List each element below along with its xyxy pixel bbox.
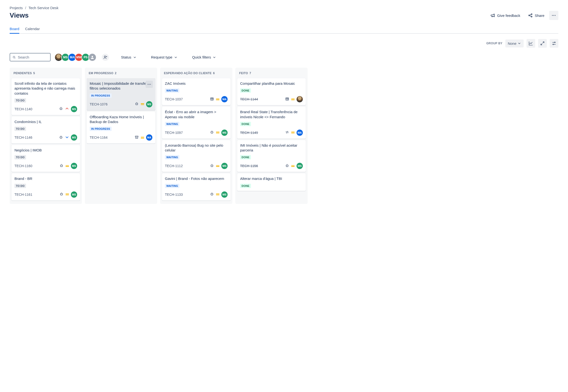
- status-lozenge: DONE: [240, 184, 251, 188]
- quick-filters-label: Quick filters: [192, 55, 211, 59]
- svg-point-8: [13, 56, 15, 58]
- card-key[interactable]: TECH-1161: [15, 193, 32, 196]
- assignee-avatar[interactable]: MA: [146, 134, 152, 141]
- card-key[interactable]: TECH-1037: [165, 97, 183, 101]
- assignee-avatar[interactable]: MA: [297, 129, 303, 136]
- column-header[interactable]: ESPERANDO AÇÃO DO CLIENTE 6: [162, 70, 230, 78]
- breadcrumb-projects[interactable]: Projects: [10, 6, 23, 10]
- fullscreen-button[interactable]: [538, 39, 547, 48]
- board-card[interactable]: Condomínios | ILTO DOTECH-1146MS: [12, 116, 80, 143]
- card-key[interactable]: TECH-1146: [15, 136, 32, 140]
- card-title: Gavini | Brand - Fotos não aparecem: [165, 176, 228, 181]
- chevron-down-icon: [133, 55, 137, 59]
- priority-medium-icon: [291, 98, 295, 100]
- board-card[interactable]: Brand Real State | Transferência de imóv…: [237, 107, 306, 139]
- chevron-down-icon: [174, 55, 178, 59]
- card-title: Condomínios | IL: [15, 119, 77, 124]
- assignee-avatar[interactable]: MS: [221, 163, 228, 169]
- status-filter[interactable]: Status: [120, 54, 138, 61]
- assignee-avatar[interactable]: MS: [71, 106, 77, 112]
- assignee-avatar[interactable]: MS: [146, 101, 152, 107]
- priority-medium-icon: [141, 103, 144, 105]
- groupby-select[interactable]: None: [505, 40, 524, 47]
- card-key[interactable]: TECH-1164: [90, 136, 107, 140]
- bug-icon: [135, 102, 139, 107]
- card-title: IMI Imóveis | Não é possível aceitar par…: [240, 143, 303, 153]
- board-card[interactable]: Negócios | IMOBTO DOTECH-1160MS: [12, 145, 80, 172]
- svg-point-5: [555, 15, 555, 16]
- search-box[interactable]: [10, 53, 51, 61]
- column-header[interactable]: EM PROGRESSO 2: [87, 70, 155, 78]
- insights-button[interactable]: [526, 39, 535, 48]
- svg-rect-20: [210, 98, 213, 100]
- card-key[interactable]: TECH-1097: [165, 131, 183, 135]
- tab-calendar[interactable]: Calendar: [25, 25, 40, 33]
- card-key[interactable]: TECH-1076: [90, 102, 107, 106]
- assignee-avatar[interactable]: [297, 96, 303, 102]
- card-title: Brand Real State | Transferência de imóv…: [240, 110, 303, 119]
- board-card[interactable]: ZAC ImóveisWAITINGTECH-1037MA: [162, 78, 230, 105]
- breadcrumb-project-name[interactable]: Tech Service Desk: [29, 6, 58, 10]
- give-feedback-button[interactable]: Give feedback: [488, 11, 523, 20]
- board-card[interactable]: Éclat - Erro ao abrir a imagem > Apenas …: [162, 107, 230, 139]
- page-header: Views Give feedback Share: [10, 11, 558, 20]
- assignee-avatar[interactable]: MS: [297, 163, 303, 169]
- add-person-icon: [103, 55, 107, 59]
- priority-medium-icon: [216, 194, 219, 195]
- assignee-avatar[interactable]: MS: [221, 191, 228, 198]
- card-footer: TECH-1146MS: [15, 134, 77, 141]
- card-key[interactable]: TECH-1140: [15, 107, 32, 111]
- assignee-avatar[interactable]: MS: [71, 134, 77, 141]
- breadcrumb-separator: /: [25, 6, 26, 10]
- card-footer: TECH-1144: [240, 96, 303, 102]
- board-card[interactable]: Offboarding Kaza Home Imóveis | Backup d…: [87, 112, 155, 144]
- svg-point-9: [92, 56, 93, 57]
- card-key[interactable]: TECH-1160: [15, 164, 32, 168]
- card-footer: TECH-1097MS: [165, 129, 228, 136]
- user-avatar[interactable]: [88, 53, 96, 61]
- svg-point-3: [552, 15, 553, 16]
- more-icon: [147, 82, 151, 86]
- board-card[interactable]: Brand - BRTO DOTECH-1161MS: [12, 173, 80, 200]
- card-footer: TECH-1037MA: [165, 96, 228, 102]
- search-input[interactable]: [18, 55, 48, 59]
- board-card[interactable]: Mosaic | Impossibilidade de transferir f…: [87, 78, 155, 110]
- assignee-avatar[interactable]: MA: [221, 96, 228, 102]
- add-people-button[interactable]: [101, 53, 109, 61]
- request-type-filter[interactable]: Request type: [150, 54, 179, 61]
- share-button[interactable]: Share: [525, 11, 547, 20]
- quick-filters[interactable]: Quick filters: [191, 54, 217, 61]
- column-header[interactable]: FEITO 7: [237, 70, 306, 78]
- board-column: ESPERANDO AÇÃO DO CLIENTE 6ZAC ImóveisWA…: [160, 68, 232, 204]
- status-lozenge: DONE: [240, 122, 251, 126]
- card-footer: TECH-1156MS: [240, 163, 303, 169]
- board-card[interactable]: IMI Imóveis | Não é possível aceitar par…: [237, 140, 306, 172]
- board-card[interactable]: Gavini | Brand - Fotos não aparecemWAITI…: [162, 173, 230, 200]
- priority-medium-icon: [216, 98, 219, 100]
- card-menu-button[interactable]: [146, 81, 153, 88]
- tabs: Board Calendar: [10, 25, 558, 34]
- card-key[interactable]: TECH-1144: [240, 97, 258, 101]
- tab-board[interactable]: Board: [10, 25, 19, 33]
- header-actions: Give feedback Share: [488, 11, 558, 20]
- card-title: (Leonardo Barrosa) Bug no site pelo celu…: [165, 143, 228, 153]
- more-actions-button[interactable]: [549, 11, 558, 20]
- card-key[interactable]: TECH-1133: [165, 193, 183, 196]
- card-key[interactable]: TECH-1112: [165, 164, 183, 168]
- assignee-avatar[interactable]: MS: [221, 129, 228, 136]
- column-header[interactable]: PENDENTES 5: [12, 70, 80, 78]
- board-card[interactable]: (Leonardo Barrosa) Bug no site pelo celu…: [162, 140, 230, 172]
- search-icon: [13, 55, 16, 59]
- assignee-avatar[interactable]: MS: [71, 163, 77, 169]
- board-card[interactable]: Alterar marca d'água | TBIDONE: [237, 173, 306, 191]
- assignee-avatar[interactable]: MS: [71, 191, 77, 198]
- chevron-down-icon: [517, 42, 521, 45]
- board-card[interactable]: Scroll infinito da tela de contatos apre…: [12, 78, 80, 115]
- table-icon: [285, 97, 289, 102]
- card-key[interactable]: TECH-1156: [240, 164, 258, 168]
- bug-icon: [210, 130, 214, 135]
- view-settings-button[interactable]: [550, 39, 558, 48]
- board-card[interactable]: Compartilhar planilha para MosaicDONETEC…: [237, 78, 306, 105]
- card-key[interactable]: TECH-1149: [240, 131, 258, 135]
- card-footer: TECH-1076MS: [90, 101, 152, 107]
